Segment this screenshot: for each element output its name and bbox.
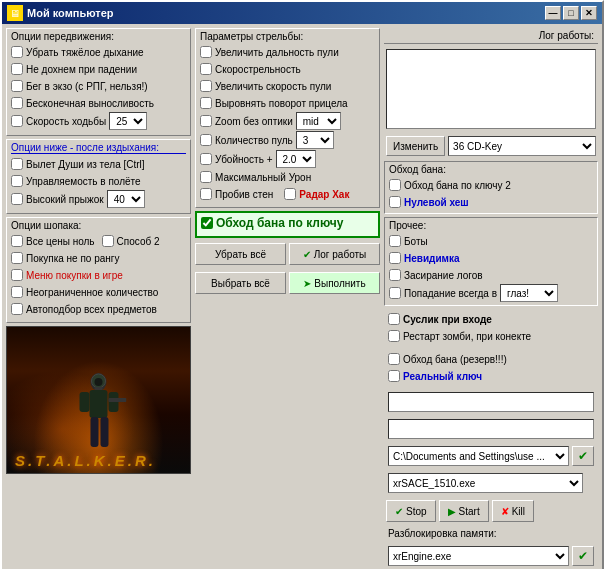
- damage-select[interactable]: 2.03.05.0: [276, 150, 316, 168]
- remove-heavy-breathing-checkbox[interactable]: [11, 46, 23, 58]
- unlimited-items-checkbox[interactable]: [11, 286, 23, 298]
- hit-always-checkbox[interactable]: [389, 287, 401, 299]
- list-item: Нулевой хеш: [389, 194, 593, 210]
- log-work-button[interactable]: ✔ Лог работы: [289, 243, 380, 265]
- execute-icon: ➤: [303, 278, 311, 289]
- svg-rect-9: [94, 387, 102, 390]
- walk-speed-label: Скорость ходьбы: [26, 116, 106, 127]
- wall-pierce-checkbox[interactable]: [200, 188, 212, 200]
- method2-checkbox[interactable]: [102, 235, 114, 247]
- stop-button[interactable]: ✔ Stop: [386, 500, 436, 522]
- execute-button[interactable]: ➤ Выполнить: [289, 272, 380, 294]
- mem-check-button[interactable]: ✔: [572, 546, 594, 566]
- path-select[interactable]: C:\Documents and Settings\use ...: [388, 446, 569, 466]
- kill-label: Kill: [512, 506, 525, 517]
- no-rank-buy-checkbox[interactable]: [11, 252, 23, 264]
- close-button[interactable]: ✕: [581, 6, 597, 20]
- fire-rate-label: Скорострельность: [215, 64, 301, 75]
- bullets-row: Количество пуль 3510: [200, 131, 375, 149]
- exe-select[interactable]: xrSACE_1510.exe: [388, 473, 583, 493]
- list-item: Меню покупки в игре: [11, 267, 186, 283]
- start-button[interactable]: ▶ Start: [439, 500, 489, 522]
- list-item: Управляемость в полёте: [11, 173, 186, 189]
- fire-rate-checkbox[interactable]: [200, 63, 212, 75]
- bypass-ban-row: Обход бана по ключу: [201, 215, 374, 231]
- null-hash-checkbox[interactable]: [389, 196, 401, 208]
- no-fall-damage-checkbox[interactable]: [11, 63, 23, 75]
- exe-row: xrSACE_1510.exe: [384, 471, 598, 495]
- bullet-count-select[interactable]: 3510: [296, 131, 334, 149]
- high-jump-label: Высокий прыжок: [26, 194, 104, 205]
- hit-always-label: Попадание всегда в: [404, 288, 497, 299]
- key-input-area[interactable]: [388, 392, 594, 412]
- gopher-checkbox[interactable]: [388, 313, 400, 325]
- bypass-ban-key2-checkbox[interactable]: [389, 179, 401, 191]
- hit-target-select[interactable]: глаз!голова: [500, 284, 558, 302]
- bypass-ban-checkbox[interactable]: [201, 217, 213, 229]
- zero-prices-checkbox[interactable]: [11, 235, 23, 247]
- unlimited-items-label: Неограниченное количество: [26, 287, 158, 298]
- list-item: Пробив стен Радар Хак: [200, 186, 375, 202]
- invisible-checkbox[interactable]: [389, 252, 401, 264]
- list-item: Бег в экзо (с РПГ, нельзя!): [11, 78, 186, 94]
- list-item: Покупка не по рангу: [11, 250, 186, 266]
- stalker-figure-svg: [71, 370, 126, 455]
- real-key-label: Реальный ключ: [403, 371, 482, 382]
- max-damage-checkbox[interactable]: [200, 171, 212, 183]
- title-bar-left: 🖥 Мой компьютер: [7, 5, 114, 21]
- high-jump-select[interactable]: 405060: [107, 190, 145, 208]
- bypass-ban-group: Обход бана по ключу: [195, 211, 380, 238]
- restart-zombie-label: Рестарт зомби, при конекте: [403, 331, 531, 342]
- high-jump-checkbox[interactable]: [11, 193, 23, 205]
- clear-all-button[interactable]: Убрать всё: [195, 243, 286, 265]
- zoom-select[interactable]: midlowhigh: [296, 112, 341, 130]
- bypass-reserve-checkbox[interactable]: [388, 353, 400, 365]
- other-group: Прочее: Боты Невидимка Засирание логов П…: [384, 217, 598, 306]
- svg-rect-5: [90, 417, 98, 447]
- window-title: Мой компьютер: [27, 7, 114, 19]
- svg-rect-1: [89, 390, 107, 418]
- walk-speed-checkbox[interactable]: [11, 115, 23, 127]
- clear-all-label: Убрать всё: [215, 249, 266, 260]
- minimize-button[interactable]: —: [545, 6, 561, 20]
- zoom-no-optics-checkbox[interactable]: [200, 115, 212, 127]
- log-spam-label: Засирание логов: [404, 270, 483, 281]
- real-key-checkbox[interactable]: [388, 370, 400, 382]
- damage-plus-label: Убойность +: [215, 154, 273, 165]
- flight-control-checkbox[interactable]: [11, 175, 23, 187]
- change-button[interactable]: Изменить: [386, 136, 445, 156]
- exo-run-label: Бег в экзо (с РПГ, нельзя!): [26, 81, 148, 92]
- list-item: Засирание логов: [389, 267, 593, 283]
- kill-button[interactable]: ✘ Kill: [492, 500, 534, 522]
- method2-label: Способ 2: [117, 236, 160, 247]
- bots-checkbox[interactable]: [389, 235, 401, 247]
- stalker-background: S.T.A.L.K.E.R.: [7, 327, 190, 473]
- walk-speed-select[interactable]: 253035: [109, 112, 147, 130]
- mem-exe-select[interactable]: xrEngine.exe: [388, 546, 569, 566]
- bullet-count-checkbox[interactable]: [200, 134, 212, 146]
- increase-bullet-speed-checkbox[interactable]: [200, 80, 212, 92]
- list-item: Все цены ноль Способ 2: [11, 233, 186, 249]
- crosshair-rotation-checkbox[interactable]: [200, 97, 212, 109]
- path-check-button[interactable]: ✔: [572, 446, 594, 466]
- stop-label: Stop: [406, 506, 427, 517]
- log-spam-checkbox[interactable]: [389, 269, 401, 281]
- exo-run-checkbox[interactable]: [11, 80, 23, 92]
- auto-pickup-checkbox[interactable]: [11, 303, 23, 315]
- bypass-ban-key2-label: Обход бана по ключу 2: [404, 180, 511, 191]
- damage-plus-checkbox[interactable]: [200, 153, 212, 165]
- increase-bullet-range-checkbox[interactable]: [200, 46, 212, 58]
- maximize-button[interactable]: □: [563, 6, 579, 20]
- select-all-button[interactable]: Выбрать всё: [195, 272, 286, 294]
- list-item: Вылет Души из тела [Ctrl]: [11, 156, 186, 172]
- infinite-stamina-checkbox[interactable]: [11, 97, 23, 109]
- restart-zombie-checkbox[interactable]: [388, 330, 400, 342]
- key-select[interactable]: 36 CD-Key: [448, 136, 596, 156]
- bullet-count-label: Количество пуль: [215, 135, 293, 146]
- radar-hack-checkbox[interactable]: [284, 188, 296, 200]
- shop-menu-ingame-checkbox[interactable]: [11, 269, 23, 281]
- svg-rect-6: [100, 417, 108, 447]
- key-input-area2[interactable]: [388, 419, 594, 439]
- memory-section: Разблокировка памяти:: [384, 527, 598, 542]
- soul-flight-checkbox[interactable]: [11, 158, 23, 170]
